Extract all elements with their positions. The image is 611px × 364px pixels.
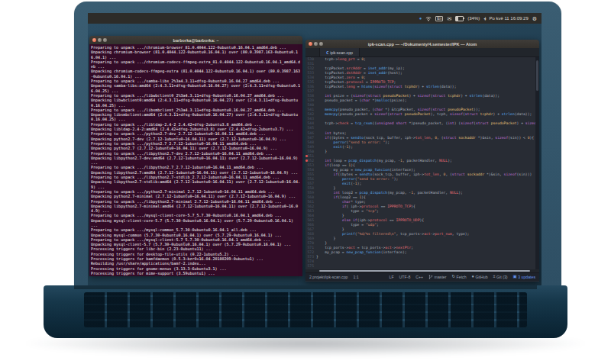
code-line: 575 [306, 264, 539, 269]
tab-label: ipk-scan.cpp [330, 50, 353, 55]
tab-bar: C ipk-scan.cpp [306, 48, 539, 57]
status-eol[interactable]: LF [390, 275, 394, 279]
laptop-mockup: ● En ✉ (34%) ◂) Po kvě 11 16:09:29 ⚙ [0, 0, 611, 364]
minimize-icon[interactable] [314, 42, 318, 46]
terminal-line: Unpacking python2.7-minimal (2.7.12-1ubu… [91, 194, 301, 198]
terminal-line: Preparing to unpack .../mysql-client-cor… [91, 213, 301, 217]
laptop-keyboard [84, 292, 527, 327]
terminal-line: Unpacking mysql-client-core-5.7 (5.7.30-… [91, 218, 301, 228]
atom-window-title: ipk-scan.cpp — ~/Dokumenty/4.semester/IP… [306, 42, 539, 47]
session-gear-icon[interactable]: ⚙ [532, 16, 537, 21]
terminal-titlebar[interactable]: barborka@barborka: ~ [89, 36, 302, 44]
terminal-line: Unpacking python2.7 (2.7.12-1ubuntu0~16.… [91, 146, 301, 150]
horizontal-scrollbar[interactable] [306, 269, 539, 272]
battery-icon[interactable] [455, 16, 464, 21]
ubuntu-desktop: ● En ✉ (34%) ◂) Po kvě 11 16:09:29 ⚙ [88, 13, 541, 285]
maximize-icon[interactable] [319, 42, 323, 46]
terminal-line: Preparing to unpack .../libpython2.7-dev… [91, 151, 301, 156]
status-file-path[interactable]: 2.projekt/ipk-scan.cpp [309, 275, 348, 279]
mail-indicator-icon[interactable]: ✉ [447, 16, 451, 21]
keyboard-layout-indicator[interactable]: En [435, 16, 443, 21]
maximize-icon[interactable] [103, 38, 107, 42]
wifi-icon[interactable] [425, 16, 432, 21]
terminal-line: Preparing to unpack .../chromium-codecs-… [91, 60, 301, 69]
terminal-line: Unpacking libwbclient0:amd64 (2:4.3.11+d… [91, 98, 301, 108]
atom-titlebar[interactable]: ipk-scan.cpp — ~/Dokumenty/4.semester/IP… [306, 40, 539, 48]
horizontal-scrollbar-thumb[interactable] [319, 270, 530, 272]
vertical-scrollbar-thumb[interactable] [536, 60, 538, 91]
terminal-body[interactable]: Preparing to unpack .../chromium-browser… [89, 44, 302, 276]
laptop-screen-bezel: ● En ✉ (34%) ◂) Po kvě 11 16:09:29 ⚙ [74, 2, 561, 285]
status-bar: 2.projekt/ipk-scan.cpp 1:1 LF UTF-8 C++ … [306, 272, 539, 281]
terminal-line: Unpacking mysql-common (5.7.30-0ubuntu0.… [91, 233, 301, 237]
status-grammar[interactable]: C++ [415, 275, 423, 279]
terminal-window: barborka@barborka: ~ Preparing to unpack… [89, 36, 302, 276]
code-area: 530 tcph->leng_prt = 0;531532 tcpPacket.… [306, 57, 539, 269]
volume-icon[interactable]: ◂) [483, 17, 485, 21]
tab-ipk-scan[interactable]: C ipk-scan.cpp [319, 48, 360, 56]
terminal-line: Unpacking libpython2.7-minimal:amd64 (2.… [91, 204, 301, 214]
terminal-title: barborka@barborka: ~ [89, 38, 302, 43]
laptop-shadow [27, 330, 584, 356]
clock[interactable]: Po kvě 11 16:09:29 [489, 16, 528, 21]
close-icon[interactable] [309, 42, 312, 46]
messaging-indicator-icon[interactable]: ● [419, 16, 422, 21]
minimize-icon[interactable] [98, 38, 102, 42]
terminal-line: Unpacking samba-libs:amd64 (2:4.3.11+dfs… [91, 83, 301, 93]
vertical-scrollbar[interactable] [535, 57, 539, 269]
top-panel: ● En ✉ (34%) ◂) Po kvě 11 16:09:29 ⚙ [88, 13, 541, 24]
close-icon[interactable] [92, 38, 96, 42]
git-branch-icon [428, 275, 433, 279]
github-icon: ● [472, 275, 474, 279]
terminal-line: Unpacking libpython2.7-stdlib:amd64 (2.7… [91, 179, 301, 189]
terminal-line: Preparing to unpack .../libpython2.7-min… [91, 199, 301, 204]
status-github[interactable]: ● GitHub [472, 275, 488, 279]
terminal-line: Unpacking python2.7-dev (2.7.12-1ubuntu0… [91, 137, 301, 141]
status-fetch[interactable]: ↻ Fetch [451, 275, 466, 279]
code-editor[interactable]: 530 tcph->leng_prt = 0;531532 tcpPacket.… [306, 57, 539, 269]
atom-window: ipk-scan.cpp — ~/Dokumenty/4.semester/IP… [306, 40, 539, 282]
laptop-hinge [74, 285, 537, 289]
terminal-line: Unpacking libsmbclient:amd64 (2:4.3.11+d… [91, 112, 301, 122]
line-number: 575 [306, 264, 316, 269]
terminal-line: Unpacking chromium-codecs-ffmpeg-extra (… [91, 69, 301, 79]
terminal-line: Unpacking libpython2.7-dev:amd64 (2.7.12… [91, 156, 301, 166]
status-updates[interactable]: ▣ 3 updates [513, 275, 536, 279]
status-encoding[interactable]: UTF-8 [399, 275, 411, 279]
status-git-changes[interactable]: ± Git (3) [493, 275, 508, 279]
c-file-icon: C [326, 50, 328, 55]
git-diff-icon: ± [493, 275, 496, 279]
desktop-wallpaper: barborka@barborka: ~ Preparing to unpack… [88, 24, 541, 285]
terminal-line: Unpacking chromium-browser (81.0.4044.12… [91, 50, 301, 60]
updates-icon: ▣ [513, 275, 517, 279]
cursor-position[interactable]: 1:1 [353, 275, 358, 279]
fetch-icon: ↻ [451, 275, 455, 279]
status-git-branch[interactable]: master [428, 275, 446, 279]
terminal-line: Processing triggers for man-db (2.7.5-1)… [91, 275, 301, 276]
battery-percentage: (34%) [467, 16, 480, 21]
